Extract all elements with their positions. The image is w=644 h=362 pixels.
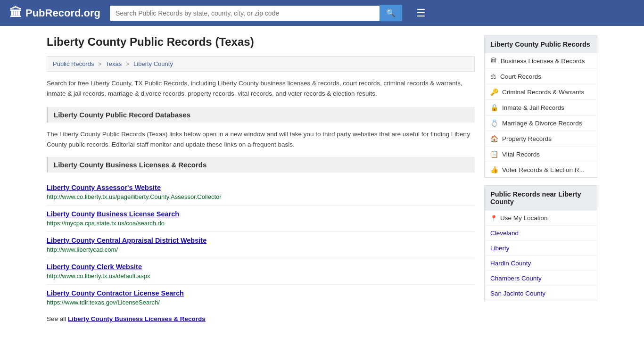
records-list: Liberty County Assessor's Website http:/… [47,179,475,311]
sidebar-icon: 🔒 [490,104,498,111]
sidebar-main-title: Liberty County Public Records [485,36,597,53]
breadcrumb-link-liberty-county[interactable]: Liberty County [133,60,173,67]
search-button[interactable]: 🔍 [380,5,402,21]
nearby-place-hardin-county[interactable]: Hardin County [485,255,597,271]
nearby-place-san-jacinto-county[interactable]: San Jacinto County [485,286,597,301]
sidebar-item-inmate-jail-records[interactable]: 🔒 Inmate & Jail Records [485,99,597,115]
sidebar-nearby-section: Public Records near Liberty County 📍 Use… [484,185,597,301]
sidebar-item-vital-records[interactable]: 📋 Vital Records [485,146,597,162]
sidebar-item-label: Voter Records & Election R... [502,166,585,173]
record-url: http://www.co.liberty.tx.us/default.aspx [47,272,150,280]
record-title[interactable]: Liberty County Clerk Website [47,263,142,271]
record-url: https://www.tdlr.texas.gov/LicenseSearch… [47,299,160,306]
sidebar-icon: ⚖ [490,73,496,80]
breadcrumb-sep-2: > [126,60,131,67]
sidebar-icon: 📋 [490,150,498,158]
db-section-header: Liberty County Public Record Databases [47,107,475,123]
nearby-place-liberty[interactable]: Liberty [485,240,597,255]
see-all-link[interactable]: Liberty County Business Licenses & Recor… [68,315,206,322]
sidebar-item-voter-records-election-r-[interactable]: 👍 Voter Records & Election R... [485,162,597,177]
site-header: 🏛 PubRecord.org 🔍 ☰ [0,0,644,26]
use-location-button[interactable]: 📍 Use My Location [485,210,597,225]
breadcrumb-link-texas[interactable]: Texas [106,60,122,67]
sidebar-item-criminal-records-warrants[interactable]: 🔑 Criminal Records & Warrants [485,84,597,99]
sidebar-item-label: Marriage & Divorce Records [502,120,582,127]
see-all-prefix: See all [47,315,68,322]
nearby-places-list: ClevelandLibertyHardin CountyChambers Co… [485,225,597,301]
record-title[interactable]: Liberty County Central Appraisal Distric… [47,237,206,244]
sidebar-icon: 👍 [490,166,498,173]
breadcrumb-link-public-records[interactable]: Public Records [53,60,94,67]
main-content: Liberty County Public Records (Texas) Pu… [47,35,475,322]
sidebar-item-label: Court Records [500,73,541,80]
search-form: 🔍 [110,5,402,21]
record-title[interactable]: Liberty County Contractor License Search [47,289,184,297]
sidebar-item-label: Business Licenses & Records [501,58,585,65]
record-entry: Liberty County Assessor's Website http:/… [47,179,475,206]
business-section-header: Liberty County Business Licenses & Recor… [47,157,475,173]
record-entry: Liberty County Central Appraisal Distric… [47,232,475,258]
nearby-place-chambers-county[interactable]: Chambers County [485,271,597,286]
menu-icon[interactable]: ☰ [416,7,426,19]
intro-text: Search for free Liberty County, TX Publi… [47,78,475,99]
page-layout: Liberty County Public Records (Texas) Pu… [39,26,605,332]
sidebar-nearby-title: Public Records near Liberty County [485,186,597,210]
sidebar: Liberty County Public Records 🏛 Business… [484,35,597,322]
sidebar-icon: 🏠 [490,135,498,142]
record-title[interactable]: Liberty County Business License Search [47,210,179,218]
record-url: http://www.co.liberty.tx.us/page/liberty… [47,193,222,200]
sidebar-items-list: 🏛 Business Licenses & Records ⚖ Court Re… [485,53,597,177]
sidebar-item-label: Vital Records [502,151,540,158]
sidebar-item-label: Criminal Records & Warrants [502,89,584,96]
logo-text: PubRecord.org [25,7,100,19]
db-section-desc: The Liberty County Public Records (Texas… [47,129,475,149]
sidebar-icon: 💍 [490,119,498,127]
sidebar-item-court-records[interactable]: ⚖ Court Records [485,68,597,84]
record-entry: Liberty County Clerk Website http://www.… [47,258,475,285]
sidebar-item-business-licenses-records[interactable]: 🏛 Business Licenses & Records [485,53,597,68]
sidebar-item-marriage-divorce-records[interactable]: 💍 Marriage & Divorce Records [485,115,597,131]
use-location-label: Use My Location [500,214,548,222]
location-dot-icon: 📍 [490,215,497,222]
record-title[interactable]: Liberty County Assessor's Website [47,184,161,191]
sidebar-icon: 🏛 [490,57,497,65]
breadcrumb-sep-1: > [98,60,103,67]
record-url: http://www.libertycad.com/ [47,246,118,253]
breadcrumb: Public Records > Texas > Liberty County [47,56,475,72]
record-entry: Liberty County Business License Search h… [47,206,475,232]
nearby-place-cleveland[interactable]: Cleveland [485,225,597,240]
search-input[interactable] [110,6,380,21]
see-all-text: See all Liberty County Business Licenses… [47,315,475,322]
record-url: https://mycpa.cpa.state.tx.us/coa/search… [47,220,165,227]
sidebar-icon: 🔑 [490,88,498,96]
sidebar-item-property-records[interactable]: 🏠 Property Records [485,131,597,146]
building-icon: 🏛 [9,6,22,20]
sidebar-item-label: Property Records [502,135,552,142]
logo[interactable]: 🏛 PubRecord.org [9,6,100,20]
sidebar-item-label: Inmate & Jail Records [502,104,564,111]
page-title: Liberty County Public Records (Texas) [47,35,475,49]
sidebar-main-section: Liberty County Public Records 🏛 Business… [484,35,597,178]
record-entry: Liberty County Contractor License Search… [47,285,475,311]
